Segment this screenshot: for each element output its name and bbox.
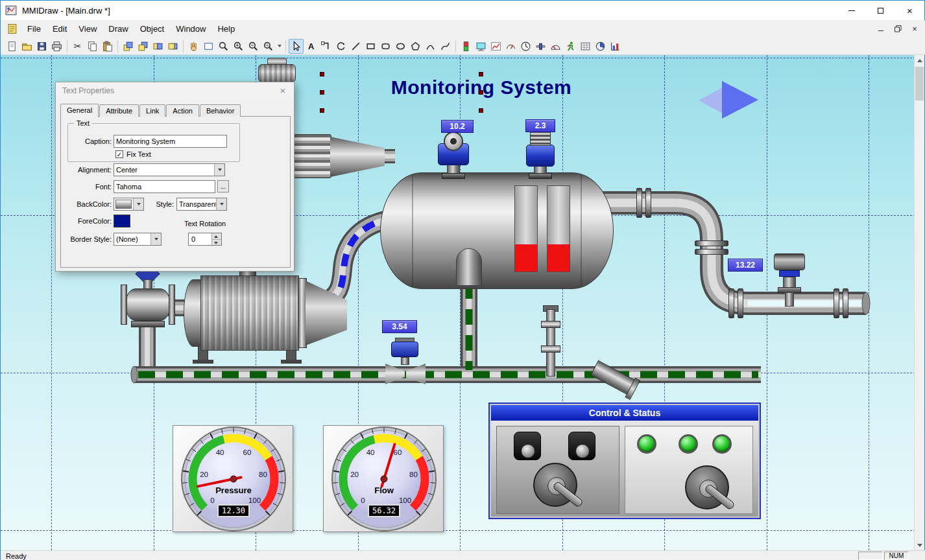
menu-draw[interactable]: Draw bbox=[102, 21, 134, 36]
text-tool[interactable]: A bbox=[304, 39, 318, 54]
selection-handle[interactable] bbox=[320, 72, 324, 76]
text-rotation-spinner[interactable]: 0 bbox=[188, 233, 222, 246]
vertical-scrollbar[interactable] bbox=[914, 55, 924, 550]
table-object-button[interactable] bbox=[578, 39, 593, 54]
cut-button[interactable]: ✂ bbox=[70, 39, 85, 54]
tab-attribute[interactable]: Attribute bbox=[99, 104, 139, 117]
dialog-titlebar[interactable]: Text Properties × bbox=[56, 82, 294, 99]
flow-gauge[interactable]: 020406080100Flow56.32 bbox=[323, 425, 444, 532]
inline-instrument[interactable] bbox=[538, 305, 564, 378]
indicator-led-1[interactable] bbox=[637, 434, 656, 454]
forecolor-swatch[interactable] bbox=[114, 215, 130, 228]
save-button[interactable] bbox=[34, 39, 49, 54]
border-style-combo[interactable]: (None) bbox=[114, 233, 162, 246]
zoom-button[interactable] bbox=[216, 39, 231, 54]
copy-button[interactable] bbox=[85, 39, 100, 54]
flow-sensor[interactable] bbox=[770, 253, 809, 307]
chevron-down-icon[interactable] bbox=[214, 164, 224, 176]
mdi-close-button[interactable]: × bbox=[906, 22, 923, 36]
send-to-back-button[interactable] bbox=[136, 39, 150, 54]
scroll-down-button[interactable] bbox=[915, 540, 925, 550]
bezier-tool[interactable] bbox=[438, 39, 453, 54]
fix-text-checkbox[interactable]: ✓ Fix Text bbox=[115, 150, 151, 158]
rectangle-tool[interactable] bbox=[363, 39, 378, 54]
value-label-2[interactable]: 2.3 bbox=[525, 119, 555, 132]
rotary-switch-1[interactable] bbox=[533, 463, 577, 507]
selection-handle[interactable] bbox=[320, 108, 324, 113]
control-status-panel[interactable]: Control & Status bbox=[488, 402, 761, 519]
menu-edit[interactable]: Edit bbox=[47, 21, 73, 36]
menu-view[interactable]: View bbox=[73, 21, 102, 36]
arc-tool[interactable] bbox=[423, 39, 438, 54]
pipe-flange[interactable] bbox=[728, 288, 734, 318]
indicator-led-3[interactable] bbox=[712, 434, 732, 454]
pipe-valve[interactable] bbox=[385, 338, 426, 384]
alignment-combo[interactable]: Center bbox=[114, 163, 225, 176]
slider-object-button[interactable] bbox=[533, 39, 548, 54]
value-label-1[interactable]: 10.2 bbox=[441, 120, 474, 133]
transmitter-2[interactable] bbox=[521, 130, 560, 186]
line-tool[interactable] bbox=[348, 39, 363, 54]
paste-button[interactable] bbox=[100, 39, 115, 54]
bring-to-front-button[interactable] bbox=[121, 39, 136, 54]
close-button[interactable]: × bbox=[895, 1, 924, 20]
tab-behavior[interactable]: Behavior bbox=[200, 104, 241, 117]
menu-help[interactable]: Help bbox=[211, 21, 241, 36]
mdi-minimize-button[interactable] bbox=[872, 22, 889, 36]
tab-link[interactable]: Link bbox=[139, 104, 165, 117]
pan-button[interactable] bbox=[186, 39, 201, 54]
print-button[interactable] bbox=[49, 39, 64, 54]
zoom-window-button[interactable] bbox=[201, 39, 216, 54]
inlet-flange-stack[interactable] bbox=[294, 134, 331, 178]
chevron-down-icon[interactable] bbox=[133, 198, 143, 210]
push-knob-1[interactable] bbox=[514, 432, 541, 460]
chevron-down-icon[interactable] bbox=[150, 233, 161, 245]
selection-handle[interactable] bbox=[479, 90, 483, 95]
app-icon[interactable] bbox=[5, 5, 17, 16]
tank-bottom-nozzle[interactable] bbox=[456, 248, 482, 286]
menu-window[interactable]: Window bbox=[170, 21, 211, 36]
tank[interactable] bbox=[380, 172, 614, 289]
scroll-up-button[interactable] bbox=[915, 55, 925, 65]
dialog-close-icon[interactable]: × bbox=[277, 85, 289, 97]
meter-object-button[interactable] bbox=[503, 39, 518, 54]
mdi-restore-button[interactable] bbox=[889, 22, 906, 36]
chart-object-button[interactable] bbox=[608, 39, 623, 54]
tank-level-indicator-1[interactable] bbox=[514, 185, 538, 272]
transmitter-1[interactable] bbox=[434, 130, 473, 186]
heat-exchanger[interactable] bbox=[184, 275, 346, 364]
ellipse-tool[interactable] bbox=[393, 39, 408, 54]
zoom-percent-button-dropdown[interactable] bbox=[276, 39, 283, 54]
value-label-3[interactable]: 3.54 bbox=[382, 320, 417, 333]
tank-level-indicator-2[interactable] bbox=[547, 185, 570, 272]
pie-object-button[interactable] bbox=[593, 39, 608, 54]
send-backward-button[interactable] bbox=[165, 39, 180, 54]
select-tool[interactable] bbox=[289, 39, 304, 54]
scrollbar-thumb[interactable] bbox=[915, 67, 924, 100]
animation-object-button[interactable] bbox=[563, 39, 578, 54]
caption-input[interactable]: Monitoring System bbox=[114, 135, 227, 148]
pipe-flange[interactable] bbox=[695, 249, 728, 255]
bring-forward-button[interactable] bbox=[150, 39, 165, 54]
chevron-down-icon[interactable] bbox=[216, 198, 226, 210]
maximize-button[interactable] bbox=[866, 1, 895, 20]
pipe-flange[interactable] bbox=[695, 240, 728, 246]
minimize-button[interactable] bbox=[837, 1, 866, 20]
pipe-flange[interactable] bbox=[645, 188, 651, 218]
menu-object[interactable]: Object bbox=[134, 21, 171, 36]
rotary-switch-2[interactable] bbox=[685, 465, 729, 509]
pipe-flange[interactable] bbox=[738, 288, 743, 318]
selection-handle[interactable] bbox=[320, 90, 324, 95]
spin-up-icon[interactable] bbox=[212, 233, 221, 239]
canvas-title[interactable]: Monitoring System bbox=[386, 76, 577, 99]
font-input[interactable]: Tahoma bbox=[114, 180, 215, 193]
left-valve[interactable] bbox=[121, 262, 175, 329]
new-button[interactable] bbox=[5, 39, 19, 54]
font-browse-button[interactable]: ... bbox=[217, 180, 229, 192]
selection-handle[interactable] bbox=[479, 72, 483, 76]
rounded-rectangle-tool[interactable] bbox=[378, 39, 393, 54]
clock-object-button[interactable] bbox=[518, 39, 533, 54]
zoom-in-button[interactable] bbox=[231, 39, 246, 54]
rotate-tool[interactable] bbox=[333, 39, 348, 54]
push-knob-2[interactable] bbox=[568, 432, 595, 460]
